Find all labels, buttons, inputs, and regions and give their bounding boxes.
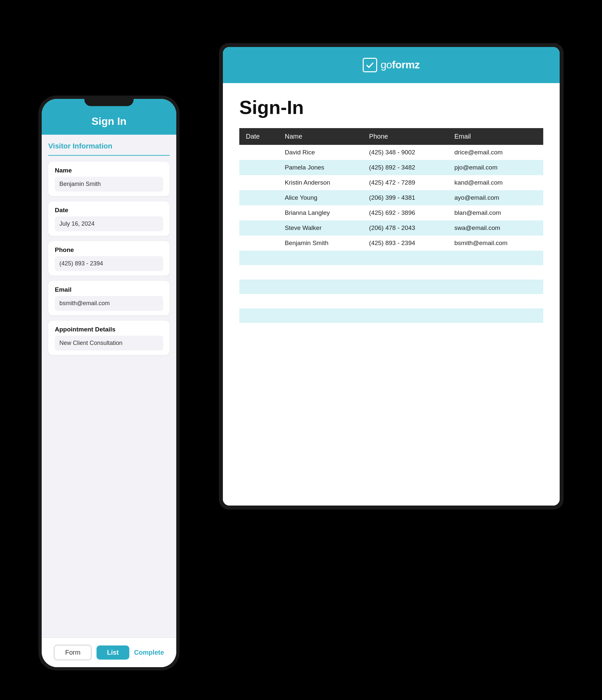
tablet-device: goformz Sign-In Date Name Phone Email	[219, 43, 564, 509]
phone-device: Sign In Visitor Information NameBenjamin…	[38, 96, 180, 670]
col-phone: Phone	[362, 128, 448, 145]
section-visitor-info: Visitor Information	[48, 135, 170, 156]
field-label: Appointment Details	[55, 326, 163, 333]
table-header-row: Date Name Phone Email	[239, 128, 543, 145]
phone-form-title: Sign In	[48, 115, 170, 127]
form-field: Phone(425) 893 - 2394	[48, 241, 170, 276]
list-button[interactable]: List	[97, 646, 129, 659]
phone-footer: Form List Complete	[42, 638, 176, 667]
field-value[interactable]: bsmith@email.com	[55, 296, 163, 311]
goformz-logo: goformz	[363, 58, 419, 72]
field-value[interactable]: New Client Consultation	[55, 336, 163, 350]
table-row: Kristin Anderson(425) 472 - 7289kand@ema…	[239, 175, 543, 190]
field-label: Date	[55, 207, 163, 214]
table-row	[239, 279, 543, 294]
field-value[interactable]: (425) 893 - 2394	[55, 256, 163, 271]
col-email: Email	[448, 128, 543, 145]
phone-body: Visitor Information NameBenjamin SmithDa…	[42, 135, 176, 638]
form-field: NameBenjamin Smith	[48, 161, 170, 196]
form-field: Emailbsmith@email.com	[48, 281, 170, 315]
table-row	[239, 251, 543, 265]
tablet-header: goformz	[223, 47, 560, 83]
table-row: Pamela Jones(425) 892 - 3482pjo@email.co…	[239, 160, 543, 175]
table-row: Benjamin Smith(425) 893 - 2394bsmith@ema…	[239, 235, 543, 251]
field-value[interactable]: Benjamin Smith	[55, 177, 163, 192]
complete-button[interactable]: Complete	[134, 649, 164, 656]
form-field: Appointment DetailsNew Client Consultati…	[48, 321, 170, 355]
field-label: Email	[55, 286, 163, 293]
form-field: DateJuly 16, 2024	[48, 201, 170, 236]
col-date: Date	[239, 128, 278, 145]
scene: goformz Sign-In Date Name Phone Email	[38, 30, 564, 670]
logo-text: goformz	[381, 59, 419, 71]
logo-icon	[363, 58, 377, 72]
form-button[interactable]: Form	[54, 645, 91, 660]
tablet-content: Sign-In Date Name Phone Email David Rice…	[223, 83, 560, 505]
table-row: David Rice(425) 348 - 9002drice@email.co…	[239, 145, 543, 160]
table-row: Brianna Langley(425) 692 - 3896blan@emai…	[239, 205, 543, 220]
table-row: Alice Young(206) 399 - 4381ayo@email.com	[239, 190, 543, 205]
table-row	[239, 265, 543, 279]
table-row	[239, 294, 543, 308]
field-label: Name	[55, 167, 163, 174]
tablet-form-title: Sign-In	[239, 96, 543, 118]
table-row	[239, 308, 543, 323]
field-label: Phone	[55, 246, 163, 254]
sign-in-table: Date Name Phone Email David Rice(425) 34…	[239, 128, 543, 323]
field-value[interactable]: July 16, 2024	[55, 217, 163, 231]
phone-notch	[84, 96, 134, 106]
table-row: Steve Walker(206) 478 - 2043swa@email.co…	[239, 220, 543, 235]
col-name: Name	[278, 128, 362, 145]
